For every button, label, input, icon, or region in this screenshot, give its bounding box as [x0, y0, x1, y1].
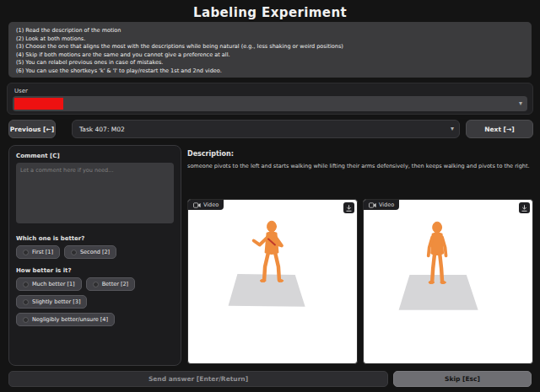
which-better-label: Which one is better? [16, 235, 174, 242]
previous-button[interactable]: Previous [←] [8, 120, 56, 138]
video-2-header: Video [364, 200, 399, 210]
instruction-line: (1) Read the description of the motion [16, 27, 524, 35]
video-player-1[interactable]: Video [187, 199, 358, 364]
download-button[interactable] [343, 202, 354, 213]
user-panel: User ▾ [7, 83, 533, 115]
video-camera-icon [369, 202, 376, 208]
radio-negligibly-better[interactable]: Negligibly better/unsure [4] [16, 313, 115, 326]
instruction-line: (5) You can relabel previous ones in cas… [16, 59, 524, 67]
send-answer-button[interactable]: Send answer [Enter/Return] [8, 371, 388, 387]
radio-circle-icon [23, 317, 29, 323]
radio-label: Second [2] [80, 249, 110, 255]
radio-first[interactable]: First [1] [16, 245, 60, 259]
radio-label: Better [2] [102, 281, 129, 287]
radio-label: First [1] [32, 249, 53, 255]
floor-plane [399, 275, 478, 310]
motion-scene-1 [188, 200, 357, 363]
radio-circle-icon [93, 282, 99, 287]
floor-plane [229, 274, 305, 307]
skip-button[interactable]: Skip [Esc] [393, 371, 532, 387]
which-better-options: First [1] Second [2] [16, 245, 174, 259]
video-label: Video [203, 201, 219, 208]
radio-circle-icon [23, 250, 29, 255]
download-icon [521, 205, 527, 212]
description-label: Description: [187, 150, 234, 158]
radio-label: Negligibly better/unsure [4] [32, 316, 108, 323]
page-title: Labeling Experiment [0, 5, 540, 20]
instruction-line: (6) You can use the shortkeys 'k' & 'l' … [16, 67, 524, 76]
instructions-panel: (1) Read the description of the motion (… [8, 22, 532, 78]
radio-much-better[interactable]: Much better [1] [16, 277, 82, 291]
radio-second[interactable]: Second [2] [64, 245, 116, 259]
radio-slightly-better[interactable]: Slightly better [3] [16, 295, 87, 309]
comment-input[interactable] [16, 163, 174, 223]
next-button[interactable]: Next [→] [466, 120, 533, 138]
instruction-line: (3) Choose the one that aligns the most … [16, 43, 524, 51]
radio-label: Much better [1] [32, 281, 75, 287]
how-better-options: Much better [1] Better [2] Slightly bett… [16, 277, 174, 326]
download-button[interactable] [519, 202, 530, 213]
user-value-redacted [14, 98, 63, 110]
video-player-2[interactable]: Video [363, 199, 533, 364]
human-figure-defensive [254, 221, 284, 282]
how-better-label: How better is it? [16, 267, 174, 274]
user-dropdown[interactable]: ▾ [13, 96, 527, 111]
radio-label: Slightly better [3] [32, 298, 80, 305]
task-dropdown[interactable]: Task 407: M02 ▾ [72, 120, 460, 138]
radio-circle-icon [71, 250, 77, 255]
chevron-down-icon: ▾ [519, 99, 522, 107]
chevron-down-icon: ▾ [451, 125, 454, 132]
video-camera-icon [193, 202, 201, 208]
human-figure-standing [429, 222, 446, 283]
instruction-line: (2) Look at both motions. [16, 35, 524, 44]
labeling-experiment-app: Labeling Experiment (1) Read the descrip… [0, 0, 540, 392]
motion-scene-2 [364, 200, 532, 363]
video-1-header: Video [188, 200, 224, 210]
instruction-line: (4) Skip if both motions are the same an… [16, 51, 524, 60]
download-icon [346, 205, 352, 212]
task-dropdown-value: Task 407: M02 [79, 126, 125, 133]
user-label: User [14, 88, 28, 94]
description-text: someone pivots to the left and starts wa… [187, 163, 530, 171]
radio-better[interactable]: Better [2] [86, 277, 136, 291]
video-label: Video [379, 201, 394, 208]
radio-circle-icon [23, 282, 29, 287]
radio-circle-icon [23, 299, 29, 305]
answer-panel: Comment [C] Which one is better? First [… [8, 145, 181, 366]
comment-label: Comment [C] [16, 153, 174, 159]
